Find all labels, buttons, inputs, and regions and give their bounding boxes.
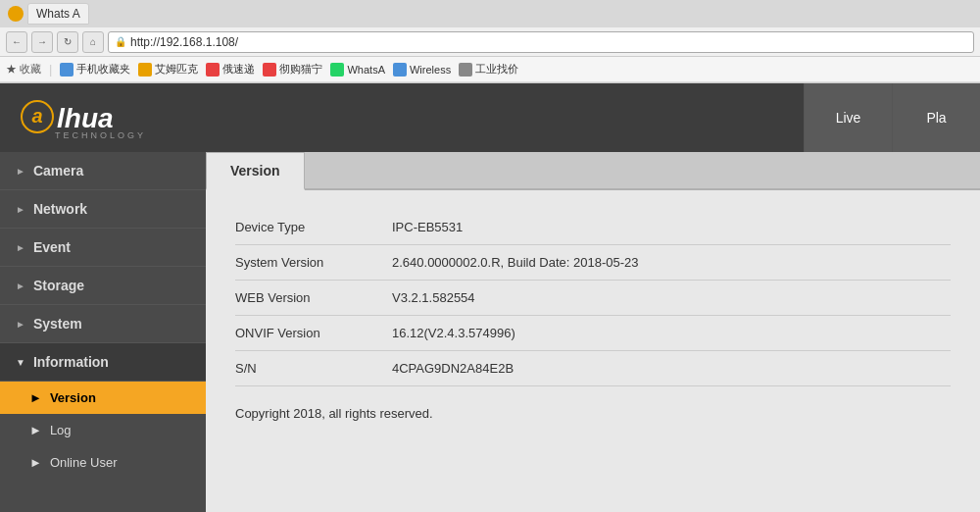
version-row-sn: S/N 4CPAG9DN2A84E2B [235,351,951,386]
logo-subtitle: TECHNOLOGY [20,130,196,140]
svg-text:lhua: lhua [57,103,114,133]
bookmark-2[interactable]: 艾姆匹克 [138,62,198,77]
copyright-text: Copyright 2018, all rights reserved. [235,406,951,421]
tab-version[interactable]: Version [206,152,305,190]
sidebar-item-storage[interactable]: ► Storage [0,267,206,305]
content-area: Version Device Type IPC-EB5531 System Ve… [206,152,980,512]
version-content: Device Type IPC-EB5531 System Version 2.… [206,190,980,440]
version-row-device-type: Device Type IPC-EB5531 [235,210,951,245]
address-text: http://192.168.1.108/ [130,35,238,49]
home-button[interactable]: ⌂ [82,31,104,53]
expand-icon: ► [16,166,25,177]
content-inner: Version Device Type IPC-EB5531 System Ve… [206,152,980,512]
bookmarks-bar: ★ 收藏 | 手机收藏夹 艾姆匹克 俄速递 彻购猫宁 WhatsA Wirele… [0,57,980,82]
field-value: IPC-EB5531 [392,220,463,234]
page: a lhua TECHNOLOGY Live Pla ► Camera ► Ne… [0,83,980,512]
live-button[interactable]: Live [804,83,892,152]
field-value: 16.12(V2.4.3.574996) [392,326,515,340]
tab-favicon [8,6,24,22]
sidebar-sub-version[interactable]: ► Version [0,382,206,414]
sub-arrow: ► [29,390,42,405]
bookmarks-label: ★ 收藏 [6,62,41,77]
sidebar-item-label: Information [33,354,109,370]
expand-icon: ► [16,281,25,291]
field-label: System Version [235,255,392,270]
sidebar-sub-label: Version [50,390,96,405]
browser-tab[interactable]: Whats A [27,3,89,25]
sidebar-item-label: System [33,316,82,332]
sidebar-item-label: Camera [33,163,83,179]
sidebar-sub-label: Online User [50,455,118,470]
nav-bar: ← → ↻ ⌂ 🔒 http://192.168.1.108/ [0,27,980,57]
logo-area: a lhua TECHNOLOGY [20,95,196,140]
version-row-system: System Version 2.640.0000002.0.R, Build … [235,245,951,281]
expand-icon: ▼ [16,357,25,368]
header-buttons: Live Pla [804,83,980,152]
sidebar-item-label: Event [33,239,71,255]
sidebar-item-label: Storage [33,278,84,293]
sidebar-sub-online-user[interactable]: ► Online User [0,446,206,479]
sidebar-item-system[interactable]: ► System [0,305,206,343]
version-row-onvif: ONVIF Version 16.12(V2.4.3.574996) [235,316,951,351]
bookmark-1[interactable]: 手机收藏夹 [60,62,130,77]
sidebar-item-camera[interactable]: ► Camera [0,152,206,190]
refresh-button[interactable]: ↻ [57,31,78,53]
field-value: 4CPAG9DN2A84E2B [392,361,514,376]
field-value: 2.640.0000002.0.R, Build Date: 2018-05-2… [392,255,639,270]
field-label: S/N [235,361,392,376]
sidebar-item-event[interactable]: ► Event [0,229,206,267]
version-row-web: WEB Version V3.2.1.582554 [235,281,951,316]
bookmark-5[interactable]: WhatsA [330,63,385,77]
expand-icon: ► [16,204,25,215]
tab-bar: Whats A [0,0,980,27]
tabs: Version [206,152,980,190]
forward-button[interactable]: → [31,31,53,53]
bookmark-4[interactable]: 彻购猫宁 [263,62,322,77]
sidebar-sub-log[interactable]: ► Log [0,414,206,446]
sidebar-sub-label: Log [50,423,72,437]
field-label: WEB Version [235,290,392,305]
back-button[interactable]: ← [6,31,27,53]
svg-text:a: a [31,105,42,127]
bookmark-3[interactable]: 俄速递 [206,62,255,77]
expand-icon: ► [16,319,25,330]
field-label: Device Type [235,220,392,234]
header: a lhua TECHNOLOGY Live Pla [0,83,980,152]
expand-icon: ► [16,242,25,253]
field-value: V3.2.1.582554 [392,290,475,305]
address-bar[interactable]: 🔒 http://192.168.1.108/ [108,31,974,53]
sub-arrow: ► [29,423,42,437]
sidebar-item-network[interactable]: ► Network [0,190,206,229]
field-label: ONVIF Version [235,326,392,340]
lock-icon: 🔒 [115,36,126,47]
sidebar: ► Camera ► Network ► Event ► Storage ► S… [0,152,206,512]
bookmark-7[interactable]: 工业找价 [459,62,518,77]
browser-chrome: Whats A ← → ↻ ⌂ 🔒 http://192.168.1.108/ … [0,0,980,83]
main-layout: ► Camera ► Network ► Event ► Storage ► S… [0,152,980,512]
sub-arrow: ► [29,455,42,470]
sidebar-item-information[interactable]: ▼ Information [0,343,206,382]
sidebar-item-label: Network [33,201,87,217]
playback-button[interactable]: Pla [892,83,980,152]
bookmark-6[interactable]: Wireless [393,63,451,77]
